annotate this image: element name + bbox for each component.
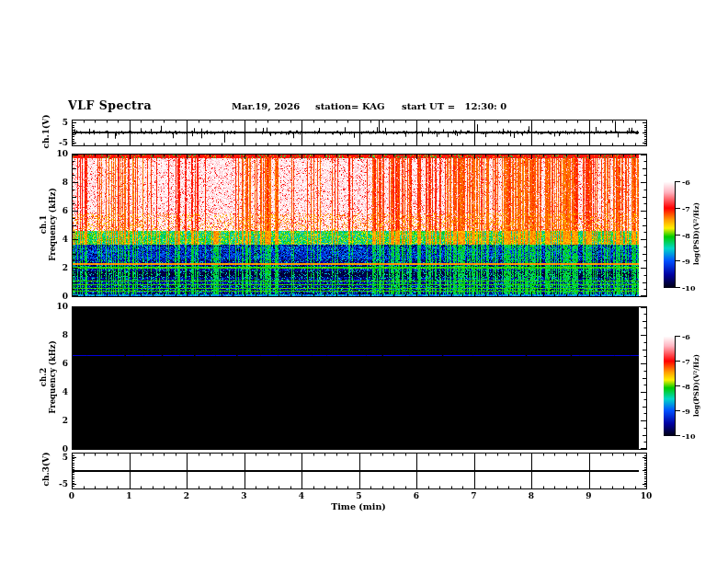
colorbar-tick-label: -8 — [682, 382, 704, 391]
volt-tick-label: -5 — [48, 479, 68, 488]
x-tick-label: 5 — [350, 491, 369, 500]
ch3v-axis-label: ch.3(V) — [41, 432, 51, 506]
ch2-axis-line2: Frequency (kHz) — [48, 306, 57, 449]
freq-tick-label: 8 — [48, 330, 68, 339]
freq-tick-label: 4 — [48, 235, 68, 244]
x-tick-label: 1 — [120, 491, 139, 500]
vlf-spectra-figure: VLF Spectra Mar.19, 2026 station= KAG st… — [0, 0, 728, 563]
freq-tick-label: 6 — [48, 359, 68, 368]
colorbar-tick-label: -6 — [682, 178, 704, 187]
colorbar-tick-label: -9 — [682, 257, 704, 266]
plot-title: VLF Spectra — [68, 99, 152, 112]
x-tick-label: 8 — [522, 491, 540, 500]
plot-canvas — [0, 0, 728, 563]
freq-tick-label: 10 — [48, 302, 68, 311]
freq-tick-label: 4 — [48, 387, 68, 396]
colorbar-tick-label: -7 — [682, 357, 704, 366]
colorbar-tick-label: -7 — [682, 204, 704, 213]
volt-tick-label: 5 — [48, 453, 68, 462]
x-tick-label: 10 — [637, 491, 655, 500]
x-tick-label: 7 — [465, 491, 483, 500]
ch1-frequency-axis-label: ch.1 Frequency (kHz) — [39, 154, 57, 296]
colorbar-tick-label: -10 — [682, 283, 704, 293]
freq-tick-label: 8 — [48, 178, 68, 187]
time-axis-label: Time (min) — [303, 502, 414, 511]
freq-tick-label: 2 — [48, 416, 68, 425]
colorbar-tick-label: -6 — [682, 332, 704, 341]
date-label: Mar.19, 2026 — [232, 101, 300, 112]
freq-tick-label: 10 — [48, 149, 68, 158]
x-tick-label: 4 — [292, 491, 311, 500]
ch2-axis-line1: ch.2 — [39, 306, 48, 449]
x-tick-label: 0 — [63, 491, 81, 500]
volt-tick-label: -5 — [48, 138, 68, 147]
volt-tick-label: 5 — [48, 118, 68, 127]
x-tick-label: 6 — [407, 491, 426, 500]
freq-tick-label: 2 — [48, 263, 68, 272]
colorbar-tick-label: -8 — [682, 231, 704, 240]
x-tick-label: 3 — [235, 491, 254, 500]
x-tick-label: 9 — [580, 491, 598, 500]
colorbar-tick-label: -9 — [682, 407, 704, 416]
ch1-axis-line2: Frequency (kHz) — [48, 154, 57, 296]
ch2-frequency-axis-label: ch.2 Frequency (kHz) — [39, 306, 57, 449]
station-label: station= KAG — [315, 101, 385, 112]
colorbar-tick-label: -10 — [682, 431, 704, 441]
freq-tick-label: 0 — [48, 292, 68, 301]
freq-tick-label: 6 — [48, 206, 68, 215]
start-ut-label: start UT = 12:30: 0 — [402, 101, 506, 112]
x-tick-label: 2 — [177, 491, 196, 500]
ch1-axis-line1: ch.1 — [39, 154, 48, 296]
